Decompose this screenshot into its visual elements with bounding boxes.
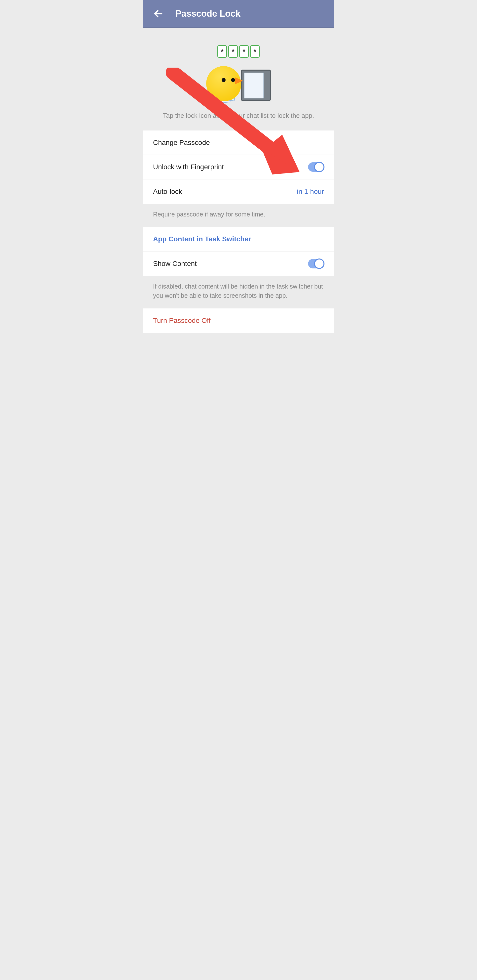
hero-illustration — [206, 61, 271, 101]
row-label: Show Content — [153, 260, 197, 268]
pin-digit: * — [228, 45, 238, 58]
safe-icon — [241, 70, 271, 101]
settings-section: Change Passcode Unlock with Fingerprint … — [143, 130, 334, 204]
page-title: Passcode Lock — [175, 8, 240, 19]
show-content-hint: If disabled, chat content will be hidden… — [143, 276, 334, 309]
pin-digit: * — [217, 45, 227, 58]
bottom-spacer — [143, 333, 334, 393]
show-content-toggle[interactable] — [308, 259, 324, 269]
pin-mask-display: * * * * — [217, 45, 260, 58]
header-bar: Passcode Lock — [143, 0, 334, 28]
task-switcher-section: App Content in Task Switcher Show Conten… — [143, 227, 334, 276]
auto-lock-value: in 1 hour — [297, 188, 324, 196]
task-switcher-header: App Content in Task Switcher — [143, 227, 334, 251]
pin-digit: * — [250, 45, 260, 58]
duck-icon — [206, 66, 241, 101]
row-label: Auto-lock — [153, 188, 182, 196]
show-content-row[interactable]: Show Content — [143, 251, 334, 276]
row-label: Turn Passcode Off — [153, 317, 211, 325]
turn-passcode-off-row[interactable]: Turn Passcode Off — [143, 309, 334, 333]
hero-section: * * * * Tap the lock icon above your cha… — [143, 28, 334, 130]
row-label: Change Passcode — [153, 139, 210, 146]
row-label: Unlock with Fingerprint — [153, 163, 224, 171]
turn-off-section: Turn Passcode Off — [143, 309, 334, 333]
fingerprint-toggle[interactable] — [308, 162, 324, 172]
change-passcode-row[interactable]: Change Passcode — [143, 130, 334, 155]
pin-digit: * — [239, 45, 249, 58]
auto-lock-row[interactable]: Auto-lock in 1 hour — [143, 180, 334, 204]
unlock-fingerprint-row[interactable]: Unlock with Fingerprint — [143, 155, 334, 180]
section-header-label: App Content in Task Switcher — [153, 235, 251, 243]
back-arrow-icon[interactable] — [153, 8, 164, 19]
auto-lock-hint: Require passcode if away for some time. — [143, 204, 334, 227]
hero-caption: Tap the lock icon above your chat list t… — [151, 111, 326, 121]
